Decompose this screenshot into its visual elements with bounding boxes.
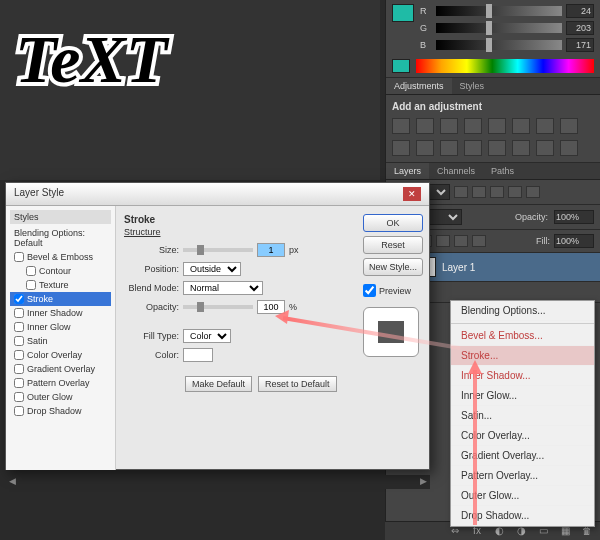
filter-shape-icon[interactable]: [508, 186, 522, 198]
ctx-pattern-overlay[interactable]: Pattern Overlay...: [451, 466, 594, 486]
ok-button[interactable]: OK: [363, 214, 423, 232]
chk-color-overlay[interactable]: [14, 350, 24, 360]
size-input[interactable]: [257, 243, 285, 257]
position-select[interactable]: Outside: [183, 262, 241, 276]
r-slider[interactable]: [436, 6, 562, 16]
style-satin: Satin: [10, 334, 111, 348]
map-icon[interactable]: [536, 140, 554, 156]
scroll-left-icon[interactable]: ◀: [5, 476, 19, 488]
tab-channels[interactable]: Channels: [429, 163, 483, 179]
chk-inner-shadow[interactable]: [14, 308, 24, 318]
ctx-satin[interactable]: Satin...: [451, 406, 594, 426]
tab-paths[interactable]: Paths: [483, 163, 522, 179]
make-default-button[interactable]: Make Default: [185, 376, 252, 392]
blendmode-select[interactable]: Normal: [183, 281, 263, 295]
canvas[interactable]: TeXT: [0, 0, 380, 180]
g-value[interactable]: 203: [566, 21, 594, 35]
b-slider[interactable]: [436, 40, 562, 50]
chk-satin[interactable]: [14, 336, 24, 346]
invert-icon[interactable]: [464, 140, 482, 156]
chk-stroke[interactable]: [14, 294, 24, 304]
chk-drop-shadow[interactable]: [14, 406, 24, 416]
stroke-opacity-label: Opacity:: [124, 302, 179, 312]
dialog-titlebar[interactable]: Layer Style ✕: [6, 183, 429, 206]
chk-pattern-overlay[interactable]: [14, 378, 24, 388]
preview-checkbox[interactable]: [363, 284, 376, 297]
curves-icon[interactable]: [440, 118, 458, 134]
chk-inner-glow[interactable]: [14, 322, 24, 332]
b-value[interactable]: 171: [566, 38, 594, 52]
tab-styles[interactable]: Styles: [452, 78, 493, 94]
close-icon[interactable]: ✕: [403, 187, 421, 201]
reset-default-button[interactable]: Reset to Default: [258, 376, 337, 392]
chk-gradient-overlay[interactable]: [14, 364, 24, 374]
tab-layers[interactable]: Layers: [386, 163, 429, 179]
bw-icon[interactable]: [560, 118, 578, 134]
chk-bevel[interactable]: [14, 252, 24, 262]
opacity-label: Opacity:: [515, 212, 548, 222]
foreground-swatch[interactable]: [392, 4, 414, 22]
fill-input[interactable]: [554, 234, 594, 248]
preview-checkbox-row[interactable]: Preview: [363, 284, 423, 297]
filter-pixel-icon[interactable]: [454, 186, 468, 198]
lock-pixel-icon[interactable]: [436, 235, 450, 247]
style-outer-glow: Outer Glow: [10, 390, 111, 404]
ctx-bevel-emboss[interactable]: Bevel & Emboss...: [451, 326, 594, 346]
horizontal-scrollbar[interactable]: ◀ ▶: [5, 475, 430, 489]
lock-pos-icon[interactable]: [454, 235, 468, 247]
stroke-opacity-slider[interactable]: [183, 305, 253, 309]
foreground-background-swatches[interactable]: [392, 4, 414, 51]
ctx-inner-glow[interactable]: Inner Glow...: [451, 386, 594, 406]
vibrance-icon[interactable]: [488, 118, 506, 134]
g-slider[interactable]: [436, 23, 562, 33]
tab-adjustments[interactable]: Adjustments: [386, 78, 452, 94]
hue-icon[interactable]: [512, 118, 530, 134]
mixer-icon[interactable]: [416, 140, 434, 156]
size-slider[interactable]: [183, 248, 253, 252]
r-value[interactable]: 24: [566, 4, 594, 18]
selective-icon[interactable]: [560, 140, 578, 156]
stroke-opacity-input[interactable]: [257, 300, 285, 314]
ctx-color-overlay[interactable]: Color Overlay...: [451, 426, 594, 446]
ctx-stroke[interactable]: Stroke...: [451, 346, 594, 366]
photo-filter-icon[interactable]: [392, 140, 410, 156]
levels-icon[interactable]: [416, 118, 434, 134]
opacity-input[interactable]: [554, 210, 594, 224]
filltype-select[interactable]: Color: [183, 329, 231, 343]
fill-label: Fill:: [536, 236, 550, 246]
layer-name[interactable]: Layer 1: [442, 262, 475, 273]
style-contour: Contour: [10, 264, 111, 278]
new-style-button[interactable]: New Style...: [363, 258, 423, 276]
g-label: G: [420, 23, 432, 33]
threshold-icon[interactable]: [512, 140, 530, 156]
blending-options-default[interactable]: Blending Options: Default: [10, 226, 111, 250]
styles-header[interactable]: Styles: [10, 210, 111, 224]
ctx-outer-glow[interactable]: Outer Glow...: [451, 486, 594, 506]
chk-texture[interactable]: [26, 280, 36, 290]
ctx-blending-options[interactable]: Blending Options...: [451, 301, 594, 321]
position-label: Position:: [124, 264, 179, 274]
exposure-icon[interactable]: [464, 118, 482, 134]
ctx-gradient-overlay[interactable]: Gradient Overlay...: [451, 446, 594, 466]
posterize-icon[interactable]: [488, 140, 506, 156]
filter-adj-icon[interactable]: [472, 186, 486, 198]
layer-style-context-menu: Blending Options... Bevel & Emboss... St…: [450, 300, 595, 527]
ctx-drop-shadow[interactable]: Drop Shadow...: [451, 506, 594, 526]
chk-outer-glow[interactable]: [14, 392, 24, 402]
canvas-text-object[interactable]: TeXT: [15, 20, 167, 99]
lock-all-icon[interactable]: [472, 235, 486, 247]
balance-icon[interactable]: [536, 118, 554, 134]
filter-smart-icon[interactable]: [526, 186, 540, 198]
scroll-right-icon[interactable]: ▶: [416, 476, 430, 488]
color-spectrum[interactable]: [416, 59, 594, 73]
style-pattern-overlay: Pattern Overlay: [10, 376, 111, 390]
stroke-color-picker[interactable]: [183, 348, 213, 362]
filter-type-icon[interactable]: [490, 186, 504, 198]
lookup-icon[interactable]: [440, 140, 458, 156]
ctx-inner-shadow[interactable]: Inner Shadow...: [451, 366, 594, 386]
secondary-swatch[interactable]: [392, 59, 410, 73]
chk-contour[interactable]: [26, 266, 36, 276]
brightness-icon[interactable]: [392, 118, 410, 134]
reset-button[interactable]: Reset: [363, 236, 423, 254]
r-label: R: [420, 6, 432, 16]
